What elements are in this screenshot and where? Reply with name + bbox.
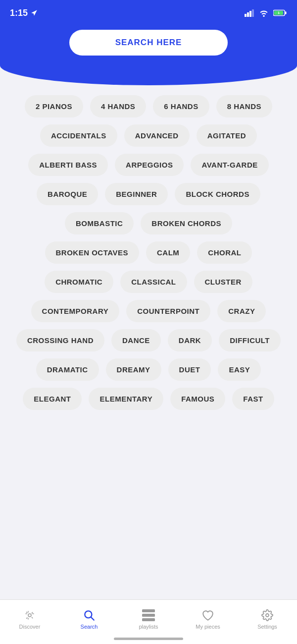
nav-playlists[interactable]: playlists xyxy=(129,609,168,630)
tag-item[interactable]: BROKEN CHORDS xyxy=(141,212,232,234)
svg-rect-2 xyxy=(249,11,251,17)
playlists-icon xyxy=(142,609,155,622)
tag-item[interactable]: ADVANCED xyxy=(124,124,190,147)
tag-item[interactable]: ARPEGGIOS xyxy=(115,154,184,176)
tag-item[interactable]: 4 HANDS xyxy=(90,95,146,117)
content-area: 2 PIANOS4 HANDS6 HANDS8 HANDSACCIDENTALS… xyxy=(0,85,297,469)
home-indicator xyxy=(114,638,183,640)
tag-item[interactable]: ELEMENTARY xyxy=(89,388,163,410)
tag-item[interactable]: DREAMY xyxy=(106,358,161,381)
nav-playlists-label: playlists xyxy=(139,624,158,630)
tag-item[interactable]: BLOCK CHORDS xyxy=(175,183,260,205)
nav-my-pieces[interactable]: My pieces xyxy=(188,609,228,630)
tag-item[interactable]: ELEGANT xyxy=(23,388,82,410)
tag-item[interactable]: FAST xyxy=(232,388,274,410)
tag-item[interactable]: ACCIDENTALS xyxy=(40,124,117,147)
tag-item[interactable]: COUNTERPOINT xyxy=(126,300,210,322)
nav-settings[interactable]: Settings xyxy=(248,609,287,630)
location-arrow-icon xyxy=(31,9,38,16)
wifi-icon xyxy=(258,9,269,17)
search-icon xyxy=(83,609,96,622)
time-display: 1:15 xyxy=(10,8,28,18)
svg-rect-10 xyxy=(142,618,155,621)
discover-icon xyxy=(23,609,36,622)
tag-item[interactable]: AVANT-GARDE xyxy=(191,154,268,176)
search-placeholder: SEARCH HERE xyxy=(115,38,182,48)
tag-item[interactable]: 2 PIANOS xyxy=(25,95,83,117)
tag-item[interactable]: DRAMATIC xyxy=(36,358,99,381)
nav-my-pieces-label: My pieces xyxy=(196,624,220,630)
tag-item[interactable]: DIFFICULT xyxy=(219,329,281,351)
tag-item[interactable]: BROKEN OCTAVES xyxy=(45,241,139,264)
tag-item[interactable]: FAMOUS xyxy=(170,388,225,410)
signal-icon xyxy=(245,9,254,17)
tag-item[interactable]: ALBERTI BASS xyxy=(28,154,108,176)
header: SEARCH HERE xyxy=(0,25,297,85)
tag-item[interactable]: DANCE xyxy=(111,329,161,351)
tag-item[interactable]: EASY xyxy=(218,358,261,381)
search-bar[interactable]: SEARCH HERE xyxy=(69,30,228,56)
tag-item[interactable]: CLASSICAL xyxy=(120,271,187,293)
nav-discover[interactable]: Discover xyxy=(10,609,50,630)
tag-item[interactable]: CONTEMPORARY xyxy=(31,300,120,322)
battery-icon xyxy=(273,9,287,17)
tag-item[interactable]: BOMBASTIC xyxy=(65,212,134,234)
heart-icon xyxy=(201,609,214,622)
nav-discover-label: Discover xyxy=(19,624,41,630)
tag-item[interactable]: 6 HANDS xyxy=(153,95,209,117)
tag-item[interactable]: BEGINNER xyxy=(105,183,168,205)
tag-item[interactable]: AGITATED xyxy=(197,124,257,147)
svg-rect-8 xyxy=(142,609,155,612)
status-icons xyxy=(245,9,287,17)
tag-item[interactable]: CHORAL xyxy=(197,241,252,264)
status-bar: 1:15 xyxy=(0,0,297,25)
nav-search-label: Search xyxy=(81,624,98,630)
tags-container: 2 PIANOS4 HANDS6 HANDS8 HANDSACCIDENTALS… xyxy=(0,85,297,420)
gear-icon xyxy=(261,609,274,622)
svg-rect-1 xyxy=(247,12,249,17)
tag-item[interactable]: CLUSTER xyxy=(194,271,252,293)
tag-item[interactable]: CHROMATIC xyxy=(45,271,113,293)
svg-rect-9 xyxy=(142,614,155,617)
nav-search[interactable]: Search xyxy=(69,609,109,630)
tag-item[interactable]: DUET xyxy=(168,358,211,381)
tag-item[interactable]: BAROQUE xyxy=(37,183,98,205)
svg-rect-3 xyxy=(252,9,254,17)
nav-settings-label: Settings xyxy=(257,624,277,630)
tag-item[interactable]: DARK xyxy=(168,329,212,351)
tag-item[interactable]: 8 HANDS xyxy=(216,95,272,117)
tag-item[interactable]: CROSSING HAND xyxy=(16,329,104,351)
status-time: 1:15 xyxy=(10,8,38,18)
tag-item[interactable]: CRAZY xyxy=(217,300,266,322)
tag-item[interactable]: CALM xyxy=(146,241,190,264)
svg-rect-0 xyxy=(245,14,247,17)
svg-rect-5 xyxy=(285,11,287,14)
